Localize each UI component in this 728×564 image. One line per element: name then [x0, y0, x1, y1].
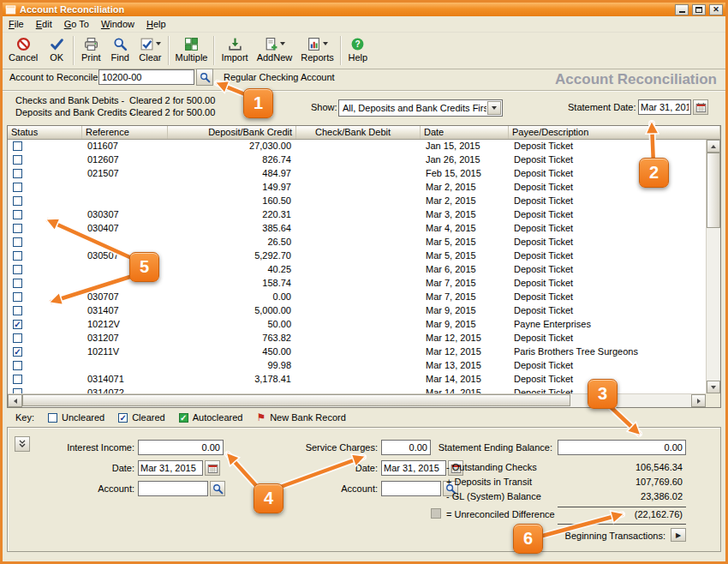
scroll-down-button[interactable] [707, 381, 720, 393]
cell-payee: Deposit Ticket [509, 140, 706, 153]
key-item-label: New Bank Record [270, 412, 346, 423]
toolbar-button-label: AddNew [257, 52, 293, 63]
scroll-left-button[interactable] [8, 394, 22, 407]
interest-income-label: Interest Income: [39, 442, 134, 453]
uncleared-checkbox[interactable] [13, 251, 22, 261]
scroll-right-button[interactable] [691, 394, 706, 407]
cell-date: Mar 2, 2015 [421, 181, 509, 195]
menu-edit[interactable]: Edit [30, 17, 58, 31]
account-input[interactable] [98, 69, 194, 85]
table-row[interactable]: 160.50Mar 2, 2015Deposit Ticket [8, 195, 706, 208]
menu-window[interactable]: Window [95, 17, 140, 31]
table-row[interactable]: 01160727,030.00Jan 15, 2015Deposit Ticke… [8, 140, 706, 153]
cell-check [296, 345, 421, 359]
table-row[interactable]: 0305075,292.70Mar 5, 2015Deposit Ticket [8, 249, 706, 263]
table-row[interactable]: ✓10212V50.00Mar 9, 2015Payne Enterprises [8, 318, 706, 332]
magnifier-icon [212, 483, 224, 495]
interest-account-input[interactable] [138, 481, 208, 496]
app-icon [5, 4, 16, 15]
uncleared-checkbox[interactable] [13, 333, 22, 343]
title-bar[interactable]: Account Reconciliation ✕ [3, 3, 725, 16]
uncleared-checkbox[interactable] [13, 279, 22, 288]
uncleared-checkbox[interactable] [13, 375, 22, 384]
service-account-input[interactable] [381, 481, 441, 496]
service-date-input[interactable] [381, 460, 446, 476]
interest-date-input[interactable] [138, 460, 203, 476]
addnew-button[interactable]: AddNew [253, 33, 297, 68]
column-header-date[interactable]: Date [421, 126, 509, 139]
account-lookup-button[interactable] [196, 69, 213, 86]
uncleared-checkbox[interactable] [13, 169, 22, 178]
column-header-status[interactable]: Status [8, 126, 82, 139]
chevron-down-icon[interactable] [323, 42, 328, 45]
horizontal-scroll-thumb[interactable] [22, 394, 570, 406]
table-row[interactable]: 149.97Mar 2, 2015Deposit Ticket [8, 181, 706, 195]
clear-button[interactable]: Clear [134, 33, 165, 68]
table-row[interactable]: 40.25Mar 6, 2015Deposit Ticket [8, 263, 706, 277]
menu-goto[interactable]: Go To [58, 17, 95, 31]
table-row[interactable]: 012607826.74Jan 26, 2015Deposit Ticket [8, 153, 706, 167]
table-row[interactable]: 0307070.00Mar 7, 2015Deposit Ticket [8, 291, 706, 304]
vertical-scrollbar[interactable] [706, 140, 720, 393]
chevron-down-icon[interactable] [280, 42, 285, 45]
uncleared-checkbox[interactable] [13, 306, 22, 315]
column-header-deposit[interactable]: Deposit/Bank Credit [168, 126, 296, 139]
maximize-button[interactable] [692, 4, 706, 15]
vertical-scroll-thumb[interactable] [707, 153, 720, 228]
help-button[interactable]: ?Help [343, 33, 373, 68]
table-row[interactable]: 030307220.31Mar 3, 2015Deposit Ticket [8, 208, 706, 222]
uncleared-checkbox[interactable] [13, 210, 22, 219]
table-row[interactable]: 26.50Mar 5, 2015Deposit Ticket [8, 236, 706, 249]
collapse-button[interactable] [15, 436, 30, 452]
uncleared-checkbox[interactable] [13, 196, 22, 206]
cleared-checkbox[interactable]: ✓ [13, 320, 22, 329]
column-header-check[interactable]: Check/Bank Debit [296, 126, 421, 139]
uncleared-checkbox[interactable] [13, 265, 22, 274]
uncleared-checkbox[interactable] [13, 292, 22, 302]
cell-reference: 0314071 [82, 373, 168, 387]
beginning-transactions-button[interactable]: ▶ [671, 528, 686, 542]
uncleared-checkbox[interactable] [13, 155, 22, 165]
cancel-button[interactable]: Cancel [4, 33, 42, 68]
import-button[interactable]: Import [217, 33, 252, 68]
menu-help[interactable]: Help [140, 17, 172, 31]
show-dropdown[interactable]: All, Deposits and Bank Credits First [338, 99, 503, 117]
table-row[interactable]: 030407385.64Mar 4, 2015Deposit Ticket [8, 222, 706, 236]
chevron-down-icon[interactable] [156, 42, 161, 45]
table-row[interactable]: 0314075,000.00Mar 9, 2015Deposit Ticket [8, 304, 706, 318]
table-row[interactable]: 158.74Mar 7, 2015Deposit Ticket [8, 277, 706, 291]
table-row[interactable]: 031207763.82Mar 12, 2015Deposit Ticket [8, 332, 706, 345]
close-button[interactable]: ✕ [709, 4, 723, 15]
uncleared-checkbox[interactable] [13, 141, 22, 151]
scroll-up-button[interactable] [707, 140, 720, 153]
cell-deposit: 763.82 [168, 332, 296, 345]
ending-balance-input[interactable] [558, 440, 686, 455]
uncleared-checkbox[interactable] [13, 237, 22, 247]
column-header-payee[interactable]: Payee/Description [509, 126, 720, 139]
menu-file[interactable]: File [3, 17, 30, 31]
multiple-button[interactable]: Multiple [171, 33, 212, 68]
table-row[interactable]: ✓10211V450.00Mar 12, 2015Paris Brothers … [8, 345, 706, 359]
find-button[interactable]: Find [105, 33, 134, 68]
cell-deposit: 5,292.70 [168, 249, 296, 263]
uncleared-checkbox[interactable] [13, 183, 22, 192]
uncleared-checkbox[interactable] [13, 224, 22, 233]
interest-date-calendar-button[interactable] [205, 460, 220, 476]
minimize-button[interactable] [675, 4, 689, 15]
chevron-down-icon[interactable] [487, 101, 501, 115]
cleared-checkbox[interactable]: ✓ [13, 347, 22, 357]
interest-income-input[interactable] [138, 440, 224, 455]
table-row[interactable]: 99.98Mar 13, 2015Deposit Ticket [8, 359, 706, 373]
reports-button[interactable]: Reports [296, 33, 338, 68]
statement-date-calendar-button[interactable] [693, 99, 708, 115]
ok-button[interactable]: OK [42, 33, 71, 68]
statement-date-input[interactable] [638, 99, 691, 115]
print-button[interactable]: Print [76, 33, 105, 68]
column-header-reference[interactable]: Reference [82, 126, 168, 139]
toolbar-separator [213, 36, 215, 65]
vertical-scroll-track[interactable] [707, 153, 720, 381]
uncleared-checkbox[interactable] [13, 361, 22, 370]
interest-account-lookup-button[interactable] [210, 481, 225, 496]
table-row[interactable]: 021507484.97Feb 15, 2015Deposit Ticket [8, 167, 706, 181]
cell-reference: 0314072 [82, 387, 168, 393]
